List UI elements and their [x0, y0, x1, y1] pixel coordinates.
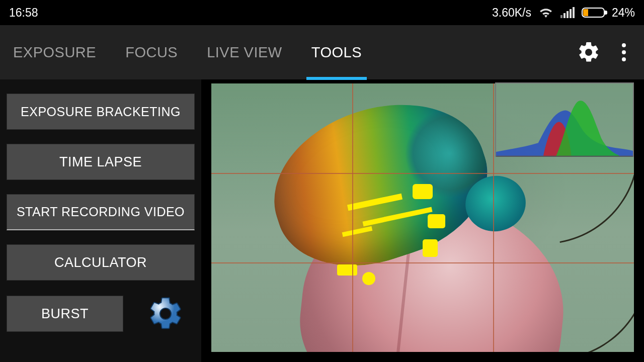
tab-exposure[interactable]: EXPOSURE: [13, 25, 96, 79]
signal-icon: [560, 7, 575, 18]
burst-settings-icon[interactable]: [146, 295, 185, 333]
battery-icon: [582, 8, 605, 18]
svg-rect-2: [567, 11, 569, 18]
tab-focus[interactable]: FOCUS: [125, 25, 178, 79]
svg-point-6: [622, 50, 626, 54]
tools-panel: EXPOSURE BRACKETING TIME LAPSE START REC…: [0, 79, 201, 362]
grid-line: [211, 173, 634, 174]
tab-live-view[interactable]: LIVE VIEW: [207, 25, 282, 79]
time-lapse-button[interactable]: TIME LAPSE: [7, 144, 195, 180]
grid-line: [211, 262, 634, 263]
settings-icon[interactable]: [577, 40, 601, 64]
svg-rect-1: [564, 13, 566, 18]
exposure-bracketing-button[interactable]: EXPOSURE BRACKETING: [7, 94, 195, 130]
tab-bar: EXPOSURE FOCUS LIVE VIEW TOOLS: [0, 25, 644, 79]
battery-percentage: 24%: [612, 6, 635, 20]
svg-rect-3: [570, 9, 572, 18]
svg-point-5: [622, 43, 626, 47]
burst-button[interactable]: BURST: [7, 296, 123, 332]
svg-point-7: [622, 57, 626, 61]
svg-rect-0: [560, 15, 562, 18]
grid-line: [493, 83, 494, 352]
start-recording-video-button[interactable]: START RECORDING VIDEO: [7, 194, 195, 230]
grid-line: [352, 83, 353, 352]
status-bar: 16:58 3.60K/s 24%: [0, 0, 644, 25]
wifi-icon: [538, 7, 553, 18]
tab-tools[interactable]: TOOLS: [311, 25, 362, 79]
live-view-preview[interactable]: [201, 79, 644, 362]
calculator-button[interactable]: CALCULATOR: [7, 244, 195, 281]
overflow-menu-icon[interactable]: [621, 41, 627, 63]
network-speed: 3.60K/s: [492, 6, 531, 20]
histogram-overlay: [495, 82, 634, 157]
clock: 16:58: [9, 6, 38, 20]
svg-rect-4: [573, 7, 575, 18]
